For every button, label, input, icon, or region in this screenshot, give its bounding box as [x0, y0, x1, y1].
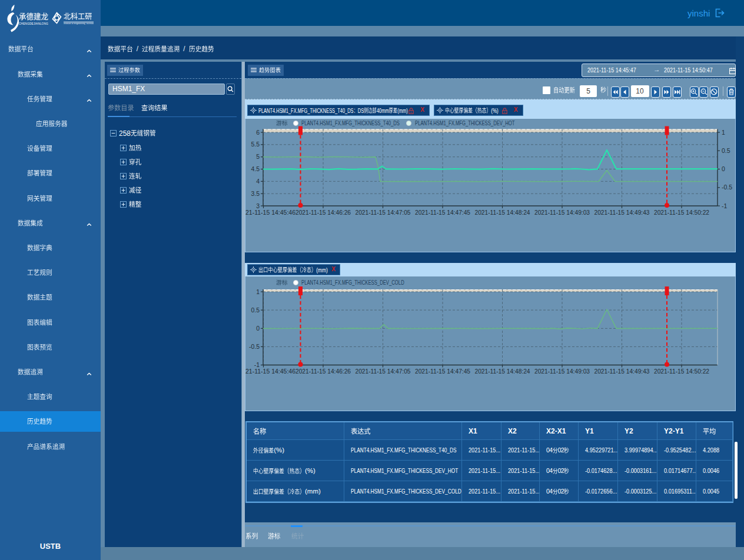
- svg-text:4.5: 4.5: [251, 165, 260, 172]
- svg-text:2021-11-15 14:50:22: 2021-11-15 14:50:22: [654, 368, 709, 375]
- svg-text:1: 1: [256, 288, 260, 295]
- svg-text:2021-11-15 14:47:45: 2021-11-15 14:47:45: [415, 209, 470, 216]
- svg-text:-1: -1: [254, 361, 260, 368]
- svg-text:2021-11-15 14:49:03: 2021-11-15 14:49:03: [534, 368, 590, 375]
- svg-text:-1: -1: [722, 202, 727, 209]
- svg-text:3.5: 3.5: [251, 190, 260, 197]
- svg-text:-0.5: -0.5: [249, 343, 260, 350]
- svg-text:2021-11-15 14:49:43: 2021-11-15 14:49:43: [594, 209, 650, 216]
- svg-text:2021-11-15 14:49:03: 2021-11-15 14:49:03: [534, 209, 590, 216]
- svg-text:0: 0: [722, 165, 725, 172]
- svg-text:4: 4: [256, 178, 260, 185]
- svg-text:2021-11-15 14:47:45: 2021-11-15 14:47:45: [415, 368, 470, 375]
- svg-text:1: 1: [722, 129, 725, 136]
- svg-text:5: 5: [256, 153, 260, 160]
- svg-text:6: 6: [256, 129, 260, 136]
- svg-text:2021-11-15 14:48:24: 2021-11-15 14:48:24: [475, 368, 530, 375]
- svg-text:0: 0: [256, 325, 260, 332]
- svg-text:2021-11-15 14:47:05: 2021-11-15 14:47:05: [356, 209, 411, 216]
- svg-text:2021-11-15 14:50:22: 2021-11-15 14:50:22: [654, 209, 709, 216]
- svg-text:3: 3: [256, 202, 260, 209]
- svg-text:2021-11-15 14:48:24: 2021-11-15 14:48:24: [475, 209, 530, 216]
- svg-text:0.5: 0.5: [251, 306, 260, 314]
- svg-text:5.5: 5.5: [251, 141, 260, 148]
- svg-text:0.5: 0.5: [722, 147, 730, 154]
- svg-text:-0.5: -0.5: [722, 184, 732, 191]
- svg-text:2021-11-15 14:46:26: 2021-11-15 14:46:26: [295, 368, 351, 375]
- svg-text:2021-11-15 14:46:26: 2021-11-15 14:46:26: [295, 209, 351, 216]
- svg-text:21-11-15 14:45:46: 21-11-15 14:45:46: [245, 209, 295, 216]
- svg-text:2021-11-15 14:49:43: 2021-11-15 14:49:43: [594, 368, 650, 375]
- svg-text:21-11-15 14:45:46: 21-11-15 14:45:46: [245, 368, 295, 375]
- svg-text:2021-11-15 14:47:05: 2021-11-15 14:47:05: [356, 368, 411, 375]
